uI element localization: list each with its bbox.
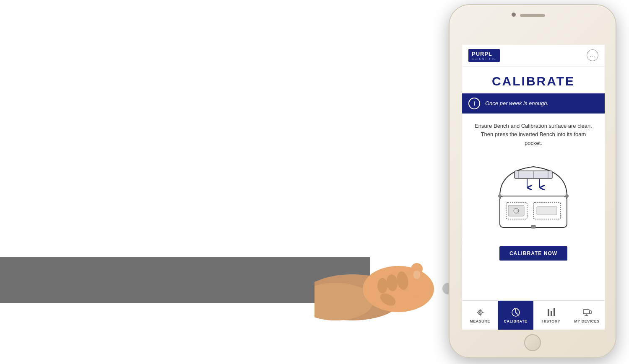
- svg-rect-40: [590, 311, 591, 314]
- bottom-navigation: MEASURE CALIBRATE HI: [462, 300, 605, 330]
- svg-rect-9: [413, 271, 420, 279]
- nav-label-calibrate: CALIBRATE: [504, 319, 528, 323]
- nav-item-history[interactable]: HISTORY: [533, 301, 569, 330]
- nav-label-my-devices: MY DEVICES: [574, 319, 599, 323]
- menu-icon: ...: [590, 52, 595, 58]
- instructions-text: Ensure Bench and Calibration surface are…: [462, 114, 605, 154]
- nav-item-calibrate[interactable]: CALIBRATE: [498, 301, 533, 330]
- svg-rect-35: [551, 311, 552, 316]
- svg-rect-36: [554, 308, 555, 316]
- app-header: PURPL SCIENTIFIC ...: [462, 45, 605, 67]
- info-icon: i: [468, 98, 480, 109]
- phone-speaker: [520, 14, 545, 17]
- page-title: CALIBRATE: [462, 67, 605, 93]
- logo-brand: PURPL: [472, 51, 496, 57]
- nav-item-my-devices[interactable]: MY DEVICES: [569, 301, 605, 330]
- nav-item-measure[interactable]: MEASURE: [462, 301, 498, 330]
- phone-camera: [512, 13, 516, 17]
- svg-point-2: [363, 266, 434, 312]
- phone-body: PURPL SCIENTIFIC ... CALIBRATE i Once pe…: [449, 4, 616, 358]
- phone-screen: PURPL SCIENTIFIC ... CALIBRATE i Once pe…: [462, 45, 605, 330]
- device-illustration: [462, 154, 605, 242]
- info-banner: i Once per week is enough.: [462, 93, 605, 114]
- calibrate-now-container: CALIBRATE NOW: [462, 242, 605, 267]
- nav-label-history: HISTORY: [542, 319, 560, 323]
- svg-rect-15: [508, 205, 524, 216]
- svg-rect-26: [531, 225, 535, 228]
- phone-home-button[interactable]: [524, 334, 541, 351]
- svg-rect-17: [537, 207, 557, 215]
- svg-point-28: [479, 312, 481, 313]
- info-text: Once per week is enough.: [485, 100, 548, 106]
- svg-point-7: [377, 278, 387, 293]
- app-logo: PURPL SCIENTIFIC: [468, 49, 500, 62]
- logo-sub: SCIENTIFIC: [472, 57, 496, 60]
- svg-point-19: [565, 194, 569, 198]
- calibrate-now-button[interactable]: CALIBRATE NOW: [499, 246, 567, 261]
- svg-point-27: [478, 310, 482, 315]
- menu-button[interactable]: ...: [587, 49, 598, 61]
- nav-label-measure: MEASURE: [470, 319, 490, 323]
- svg-rect-34: [548, 309, 549, 316]
- svg-rect-37: [583, 310, 589, 314]
- phone-device: PURPL SCIENTIFIC ... CALIBRATE i Once pe…: [436, 0, 629, 364]
- svg-point-18: [498, 194, 502, 198]
